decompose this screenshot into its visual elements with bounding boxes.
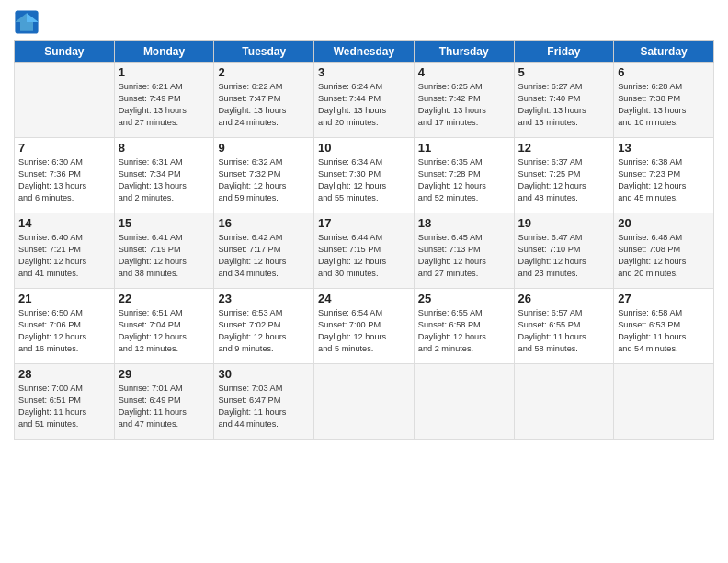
day-cell: 15Sunrise: 6:41 AM Sunset: 7:19 PM Dayli… (114, 213, 214, 289)
day-cell: 14Sunrise: 6:40 AM Sunset: 7:21 PM Dayli… (15, 213, 115, 289)
day-cell: 11Sunrise: 6:35 AM Sunset: 7:28 PM Dayli… (414, 138, 514, 213)
logo (14, 9, 43, 35)
day-info: Sunrise: 6:22 AM Sunset: 7:47 PM Dayligh… (218, 81, 310, 129)
day-cell: 8Sunrise: 6:31 AM Sunset: 7:34 PM Daylig… (114, 138, 214, 213)
day-info: Sunrise: 6:55 AM Sunset: 6:58 PM Dayligh… (418, 307, 510, 355)
day-cell: 27Sunrise: 6:58 AM Sunset: 6:53 PM Dayli… (614, 289, 714, 364)
header (14, 9, 714, 35)
day-number: 24 (318, 292, 410, 305)
col-header-monday: Monday (114, 41, 214, 63)
col-header-sunday: Sunday (15, 41, 115, 63)
day-number: 5 (518, 65, 610, 79)
day-cell: 13Sunrise: 6:38 AM Sunset: 7:23 PM Dayli… (614, 138, 714, 213)
day-info: Sunrise: 6:32 AM Sunset: 7:32 PM Dayligh… (218, 156, 310, 204)
day-cell: 22Sunrise: 6:51 AM Sunset: 7:04 PM Dayli… (114, 289, 214, 364)
day-number: 30 (218, 367, 310, 381)
day-number: 13 (618, 141, 710, 155)
col-header-thursday: Thursday (414, 41, 514, 63)
col-header-saturday: Saturday (614, 41, 714, 63)
day-cell: 21Sunrise: 6:50 AM Sunset: 7:06 PM Dayli… (15, 289, 115, 364)
day-number: 1 (119, 65, 210, 79)
col-header-tuesday: Tuesday (214, 41, 314, 63)
day-number: 14 (18, 216, 110, 230)
day-info: Sunrise: 6:44 AM Sunset: 7:15 PM Dayligh… (318, 232, 410, 280)
day-number: 18 (418, 216, 510, 230)
day-info: Sunrise: 6:48 AM Sunset: 7:08 PM Dayligh… (618, 232, 710, 280)
day-number: 26 (518, 292, 610, 305)
day-cell: 9Sunrise: 6:32 AM Sunset: 7:32 PM Daylig… (214, 138, 314, 213)
day-info: Sunrise: 6:42 AM Sunset: 7:17 PM Dayligh… (218, 232, 310, 280)
week-row-4: 21Sunrise: 6:50 AM Sunset: 7:06 PM Dayli… (15, 289, 714, 364)
day-cell: 30Sunrise: 7:03 AM Sunset: 6:47 PM Dayli… (214, 364, 314, 440)
day-info: Sunrise: 6:30 AM Sunset: 7:36 PM Dayligh… (18, 156, 110, 204)
day-cell: 20Sunrise: 6:48 AM Sunset: 7:08 PM Dayli… (614, 213, 714, 289)
day-info: Sunrise: 6:27 AM Sunset: 7:40 PM Dayligh… (518, 81, 610, 129)
day-cell: 10Sunrise: 6:34 AM Sunset: 7:30 PM Dayli… (314, 138, 415, 213)
day-info: Sunrise: 6:57 AM Sunset: 6:55 PM Dayligh… (518, 307, 610, 355)
day-cell: 18Sunrise: 6:45 AM Sunset: 7:13 PM Dayli… (414, 213, 514, 289)
day-info: Sunrise: 6:25 AM Sunset: 7:42 PM Dayligh… (418, 81, 510, 129)
day-info: Sunrise: 6:31 AM Sunset: 7:34 PM Dayligh… (119, 156, 210, 204)
day-cell: 4Sunrise: 6:25 AM Sunset: 7:42 PM Daylig… (414, 63, 514, 138)
day-cell: 1Sunrise: 6:21 AM Sunset: 7:49 PM Daylig… (114, 63, 214, 138)
day-cell: 26Sunrise: 6:57 AM Sunset: 6:55 PM Dayli… (514, 289, 614, 364)
day-info: Sunrise: 6:47 AM Sunset: 7:10 PM Dayligh… (518, 232, 610, 280)
logo-icon (14, 9, 40, 35)
day-cell: 17Sunrise: 6:44 AM Sunset: 7:15 PM Dayli… (314, 213, 415, 289)
day-info: Sunrise: 6:53 AM Sunset: 7:02 PM Dayligh… (218, 307, 310, 355)
day-info: Sunrise: 6:37 AM Sunset: 7:25 PM Dayligh… (518, 156, 610, 204)
day-number: 11 (418, 141, 510, 155)
page: SundayMondayTuesdayWednesdayThursdayFrid… (0, 0, 728, 563)
day-cell: 25Sunrise: 6:55 AM Sunset: 6:58 PM Dayli… (414, 289, 514, 364)
day-info: Sunrise: 7:03 AM Sunset: 6:47 PM Dayligh… (218, 383, 310, 431)
day-info: Sunrise: 6:28 AM Sunset: 7:38 PM Dayligh… (618, 81, 710, 129)
day-cell: 28Sunrise: 7:00 AM Sunset: 6:51 PM Dayli… (15, 364, 115, 440)
day-number: 4 (418, 65, 510, 79)
col-header-wednesday: Wednesday (314, 41, 415, 63)
day-info: Sunrise: 7:01 AM Sunset: 6:49 PM Dayligh… (119, 383, 210, 431)
week-row-1: 1Sunrise: 6:21 AM Sunset: 7:49 PM Daylig… (15, 63, 714, 138)
day-number: 3 (318, 65, 410, 79)
day-cell: 24Sunrise: 6:54 AM Sunset: 7:00 PM Dayli… (314, 289, 415, 364)
day-number: 28 (18, 367, 110, 381)
day-number: 17 (318, 216, 410, 230)
day-cell: 2Sunrise: 6:22 AM Sunset: 7:47 PM Daylig… (214, 63, 314, 138)
day-info: Sunrise: 6:51 AM Sunset: 7:04 PM Dayligh… (119, 307, 210, 355)
day-info: Sunrise: 6:54 AM Sunset: 7:00 PM Dayligh… (318, 307, 410, 355)
day-info: Sunrise: 6:35 AM Sunset: 7:28 PM Dayligh… (418, 156, 510, 204)
day-number: 2 (218, 65, 310, 79)
day-info: Sunrise: 6:40 AM Sunset: 7:21 PM Dayligh… (18, 232, 110, 280)
day-number: 7 (18, 141, 110, 155)
day-info: Sunrise: 6:21 AM Sunset: 7:49 PM Dayligh… (119, 81, 210, 129)
calendar: SundayMondayTuesdayWednesdayThursdayFrid… (14, 40, 714, 440)
day-cell (314, 364, 415, 440)
day-info: Sunrise: 6:24 AM Sunset: 7:44 PM Dayligh… (318, 81, 410, 129)
day-number: 15 (119, 216, 210, 230)
day-info: Sunrise: 7:00 AM Sunset: 6:51 PM Dayligh… (18, 383, 110, 431)
day-cell: 12Sunrise: 6:37 AM Sunset: 7:25 PM Dayli… (514, 138, 614, 213)
day-number: 25 (418, 292, 510, 305)
day-number: 16 (218, 216, 310, 230)
day-cell: 19Sunrise: 6:47 AM Sunset: 7:10 PM Dayli… (514, 213, 614, 289)
day-info: Sunrise: 6:41 AM Sunset: 7:19 PM Dayligh… (119, 232, 210, 280)
day-cell (614, 364, 714, 440)
day-cell: 3Sunrise: 6:24 AM Sunset: 7:44 PM Daylig… (314, 63, 415, 138)
day-number: 21 (18, 292, 110, 305)
header-row: SundayMondayTuesdayWednesdayThursdayFrid… (15, 41, 714, 63)
day-number: 20 (618, 216, 710, 230)
day-number: 22 (119, 292, 210, 305)
day-number: 19 (518, 216, 610, 230)
day-cell (15, 63, 115, 138)
week-row-5: 28Sunrise: 7:00 AM Sunset: 6:51 PM Dayli… (15, 364, 714, 440)
day-info: Sunrise: 6:38 AM Sunset: 7:23 PM Dayligh… (618, 156, 710, 204)
day-cell (414, 364, 514, 440)
day-number: 10 (318, 141, 410, 155)
day-number: 8 (119, 141, 210, 155)
day-number: 23 (218, 292, 310, 305)
day-cell: 29Sunrise: 7:01 AM Sunset: 6:49 PM Dayli… (114, 364, 214, 440)
day-number: 27 (618, 292, 710, 305)
day-number: 9 (218, 141, 310, 155)
day-info: Sunrise: 6:50 AM Sunset: 7:06 PM Dayligh… (18, 307, 110, 355)
day-number: 12 (518, 141, 610, 155)
day-cell: 7Sunrise: 6:30 AM Sunset: 7:36 PM Daylig… (15, 138, 115, 213)
